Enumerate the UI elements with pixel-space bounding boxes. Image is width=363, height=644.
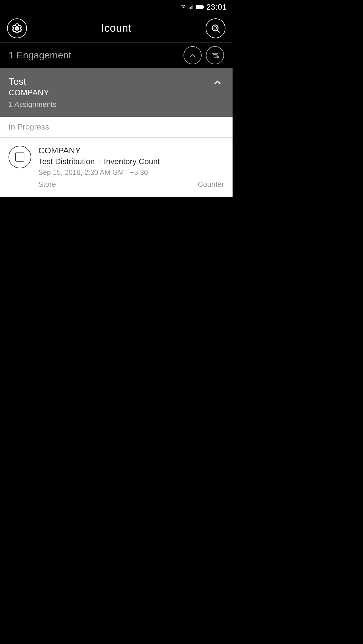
signal-icon [189, 5, 194, 9]
app-title: Icount [101, 22, 132, 34]
svg-rect-3 [191, 6, 192, 9]
engagement-bar: 1 Engagement [0, 43, 233, 68]
engagement-info: Test COMPANY [9, 76, 49, 97]
svg-point-0 [183, 9, 183, 9]
engagement-name: Test [9, 76, 49, 87]
in-progress-label: In Progress [9, 122, 49, 131]
assignment-details: COMPANY Test Distribution · Inventory Co… [38, 146, 224, 189]
svg-rect-1 [189, 8, 189, 9]
engagement-assignments-count: 1 Assignments [9, 100, 224, 109]
wifi-icon [180, 5, 186, 9]
battery-icon [196, 5, 204, 9]
collapse-button[interactable] [183, 46, 202, 64]
assignment-tag-store: Store [38, 180, 56, 189]
search-button[interactable] [206, 18, 225, 38]
svg-point-8 [214, 27, 216, 29]
status-bar: 23:01 [0, 0, 233, 14]
assignment-item: COMPANY Test Distribution · Inventory Co… [0, 138, 233, 197]
assignment-distribution: Test Distribution [38, 157, 95, 166]
assignment-type: Inventory Count [104, 157, 160, 166]
engagement-card: Test COMPANY 1 Assignments [0, 68, 233, 117]
stop-button[interactable] [9, 146, 31, 168]
bottom-area [0, 197, 233, 367]
engagement-chevron-button[interactable] [211, 76, 224, 90]
engagement-actions [183, 46, 224, 64]
assignment-tags: Store Counter [38, 180, 224, 189]
status-time: 23:01 [206, 3, 227, 12]
engagement-company: COMPANY [9, 88, 49, 97]
engagement-header: Test COMPANY [9, 76, 224, 97]
settings-button[interactable] [7, 18, 27, 38]
dot-separator: · [98, 157, 100, 166]
filter-button[interactable] [206, 46, 224, 64]
app-bar: Icount [0, 14, 233, 43]
stop-icon [15, 152, 24, 162]
assignment-tag-counter: Counter [198, 180, 224, 189]
assignment-title-row: Test Distribution · Inventory Count [38, 157, 224, 166]
svg-rect-5 [196, 5, 203, 9]
engagement-count: 1 Engagement [9, 50, 71, 61]
svg-rect-6 [203, 6, 204, 8]
status-icons: 23:01 [180, 3, 227, 12]
svg-rect-4 [193, 5, 193, 9]
svg-rect-2 [190, 7, 191, 9]
in-progress-section: In Progress [0, 117, 233, 137]
assignment-datetime: Sep 15, 2016, 2:30 AM GMT +5:30 [38, 168, 224, 177]
assignment-company: COMPANY [38, 146, 224, 155]
